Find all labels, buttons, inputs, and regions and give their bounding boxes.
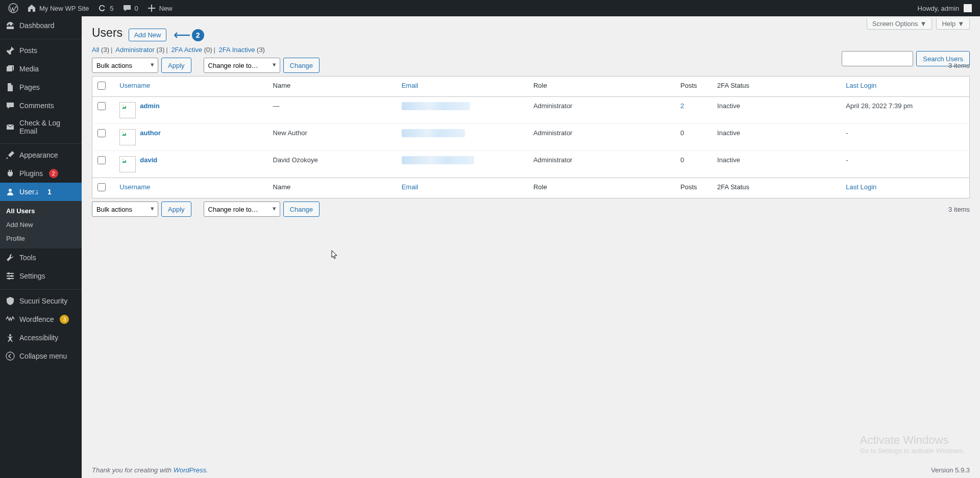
change-button[interactable]: Change — [283, 58, 320, 73]
change-button-bottom[interactable]: Change — [283, 202, 320, 217]
col-email[interactable]: Email — [397, 178, 528, 198]
col-last-login[interactable]: Last Login — [841, 178, 969, 198]
sidebar-item-wordfence[interactable]: Wordfence3 — [0, 310, 82, 329]
refresh-icon — [97, 3, 107, 13]
row-checkbox[interactable] — [97, 129, 106, 137]
sidebar-item-label: Wordfence — [19, 315, 54, 323]
sidebar-item-plugins[interactable]: Plugins2 — [0, 164, 82, 183]
howdy-link[interactable]: Howdy, admin — [914, 0, 976, 16]
sidebar-item-label: Pages — [19, 83, 40, 91]
sidebar-item-label: Tools — [19, 254, 36, 262]
sidebar-item-label: Sucuri Security — [19, 297, 67, 305]
arrow-icon — [32, 189, 41, 195]
username-link[interactable]: author — [140, 129, 160, 137]
home-icon — [27, 3, 37, 13]
col-username[interactable]: Username — [114, 77, 267, 97]
cell-2fa: Inactive — [712, 151, 841, 178]
pages-icon — [5, 82, 15, 92]
screen-options-button[interactable]: Screen Options ▼ — [867, 18, 932, 30]
wordfence-icon — [5, 314, 15, 324]
svg-point-8 — [6, 352, 14, 360]
svg-point-9 — [122, 105, 124, 106]
submenu-add-new[interactable]: Add New — [0, 218, 82, 232]
apply-button-bottom[interactable]: Apply — [161, 202, 191, 217]
change-role-select-bottom[interactable]: Change role to… — [204, 202, 280, 217]
sidebar-item-settings[interactable]: Settings — [0, 267, 82, 285]
svg-point-4 — [8, 272, 10, 274]
sidebar-item-tools[interactable]: Tools — [0, 248, 82, 267]
sidebar-item-media[interactable]: Media — [0, 60, 82, 78]
sidebar-item-comments[interactable]: Comments — [0, 96, 82, 115]
row-checkbox[interactable] — [97, 102, 106, 110]
add-new-button[interactable]: Add New — [129, 29, 167, 41]
apply-button[interactable]: Apply — [161, 58, 191, 73]
help-button[interactable]: Help ▼ — [936, 18, 970, 30]
cell-role: Administrator — [528, 124, 675, 151]
comments-link[interactable]: 0 — [118, 0, 142, 16]
admin-topbar: My New WP Site 5 0 New Howdy, admin — [0, 0, 980, 16]
col-last-login[interactable]: Last Login — [841, 77, 969, 97]
sidebar-item-label: Appearance — [19, 151, 58, 159]
sidebar-item-sucuri[interactable]: Sucuri Security — [0, 292, 82, 310]
submenu-profile[interactable]: Profile — [0, 232, 82, 245]
filter-administrator[interactable]: Administrator — [115, 46, 155, 54]
new-link[interactable]: New — [142, 0, 177, 16]
table-footer-row: Username Name Email Role Posts 2FA Statu… — [92, 178, 970, 198]
sidebar-item-label: Accessibility — [19, 334, 58, 342]
plus-icon — [146, 3, 157, 13]
avatar-placeholder — [119, 156, 136, 172]
sidebar-item-collapse[interactable]: Collapse menu — [0, 347, 82, 365]
footer-thanks: Thank you for creating with WordPress. — [92, 466, 208, 474]
bulk-actions-select-bottom[interactable]: Bulk actions — [92, 202, 158, 217]
table-row: davidDavid OzokoyeAdministrator0Inactive… — [92, 151, 970, 178]
wordpress-link[interactable]: WordPress — [174, 466, 206, 474]
refresh-link[interactable]: 5 — [93, 0, 117, 16]
username-link[interactable]: admin — [140, 102, 159, 110]
wordpress-icon — [8, 3, 18, 13]
col-username[interactable]: Username — [114, 178, 267, 198]
filter-all[interactable]: All — [92, 46, 99, 54]
username-link[interactable]: david — [140, 156, 157, 164]
cell-role: Administrator — [528, 97, 675, 124]
sidebar-item-appearance[interactable]: Appearance — [0, 146, 82, 164]
admin-footer: Thank you for creating with WordPress. V… — [92, 466, 970, 474]
plugins-badge: 2 — [49, 169, 58, 178]
sidebar-item-label: Comments — [19, 102, 54, 110]
mail-icon — [5, 122, 15, 132]
filter-2fa-active[interactable]: 2FA Active — [171, 46, 202, 54]
dashboard-icon — [5, 20, 15, 31]
sidebar-item-pages[interactable]: Pages — [0, 78, 82, 96]
admin-sidebar: Dashboard Posts Media Pages Comments Che… — [0, 16, 82, 478]
main-content: Screen Options ▼ Help ▼ Users Add New 2 … — [82, 16, 980, 478]
posts-link[interactable]: 2 — [680, 102, 684, 110]
sidebar-item-label: Check & Log Email — [19, 119, 77, 135]
wp-logo[interactable] — [4, 0, 22, 16]
sidebar-item-accessibility[interactable]: Accessibility — [0, 329, 82, 347]
cell-2fa: Inactive — [712, 97, 841, 124]
menu-separator — [0, 37, 82, 39]
col-email[interactable]: Email — [397, 77, 528, 97]
svg-point-3 — [9, 189, 12, 192]
filter-admin-count: (3) — [156, 46, 164, 54]
filter-all-count: (3) — [101, 46, 109, 54]
submenu-all-users[interactable]: All Users — [0, 204, 82, 218]
site-link[interactable]: My New WP Site — [22, 0, 93, 16]
row-checkbox[interactable] — [97, 156, 106, 164]
users-submenu: All Users Add New Profile — [0, 201, 82, 248]
collapse-icon — [5, 351, 15, 361]
sidebar-item-dashboard[interactable]: Dashboard — [0, 16, 82, 35]
filter-2fa-inactive[interactable]: 2FA Inactive — [219, 46, 255, 54]
tablenav-top: Bulk actions Apply Change role to… Chang… — [92, 58, 970, 73]
select-all-checkbox[interactable] — [97, 82, 106, 90]
change-role-select[interactable]: Change role to… — [204, 58, 280, 73]
comment-icon — [122, 3, 132, 13]
sidebar-item-posts[interactable]: Posts — [0, 41, 82, 60]
select-all-checkbox-bottom[interactable] — [97, 183, 106, 191]
bulk-actions-select[interactable]: Bulk actions — [92, 58, 158, 73]
chevron-down-icon: ▼ — [920, 20, 927, 28]
filter-2fa-active-count: (0) — [204, 46, 212, 54]
footer-version: Version 5.9.3 — [931, 466, 970, 474]
help-label: Help — [942, 20, 955, 28]
cell-name: — — [268, 97, 397, 124]
sidebar-item-checklog[interactable]: Check & Log Email — [0, 115, 82, 139]
